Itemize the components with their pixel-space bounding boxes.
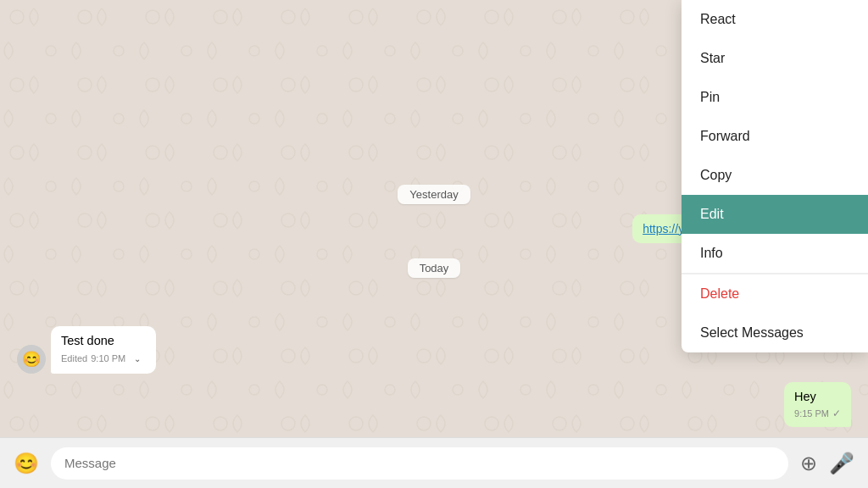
context-menu-item-star[interactable]: Star — [682, 39, 868, 78]
bubble-hey: Hey 9:15 PM ✓ — [784, 382, 851, 427]
context-menu-item-delete[interactable]: Delete — [682, 274, 868, 313]
context-menu-item-select-messages[interactable]: Select Messages — [682, 313, 868, 352]
attach-icon[interactable]: ⊕ — [800, 452, 817, 475]
context-menu: ReactStarPinForwardCopyEditInfoDeleteSel… — [682, 0, 868, 352]
mic-icon[interactable]: 🎤 — [829, 452, 854, 475]
context-menu-item-forward[interactable]: Forward — [682, 117, 868, 156]
message-input[interactable] — [51, 447, 788, 480]
input-bar: 😊 ⊕ 🎤 — [0, 437, 868, 488]
bubble-test-done: Test done Edited 9:10 PM ⌄ — [51, 326, 156, 374]
context-menu-item-copy[interactable]: Copy — [682, 156, 868, 195]
context-menu-item-pin[interactable]: Pin — [682, 78, 868, 117]
message-chevron-button[interactable]: ⌄ — [129, 351, 146, 368]
message-row: Hey 9:15 PM ✓ — [17, 382, 851, 427]
emoji-icon[interactable]: 😊 — [14, 452, 39, 475]
context-menu-item-edit[interactable]: Edit — [682, 195, 868, 234]
context-menu-item-react[interactable]: React — [682, 0, 868, 39]
avatar: 😊 — [17, 345, 46, 374]
context-menu-item-info[interactable]: Info — [682, 234, 868, 273]
